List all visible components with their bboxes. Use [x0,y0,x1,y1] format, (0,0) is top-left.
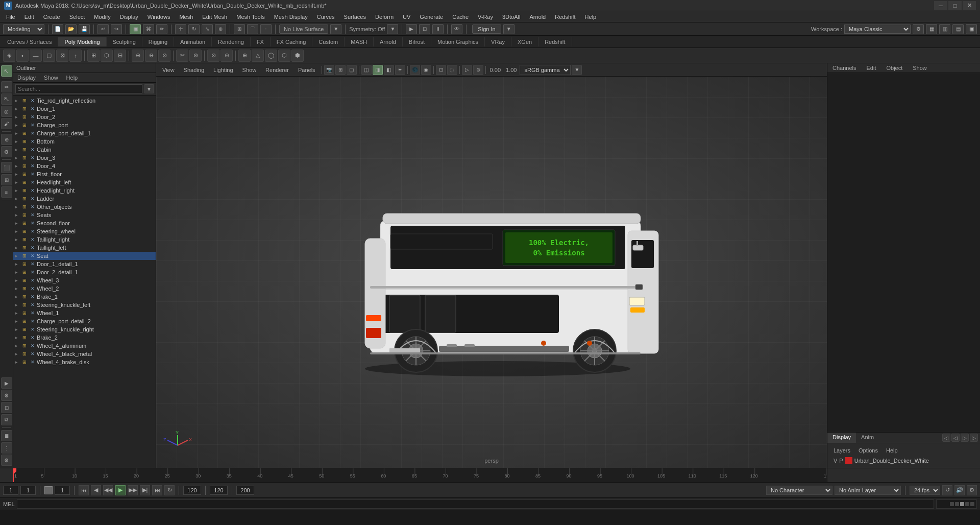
rp-tab-object[interactable]: Object [881,63,908,73]
tree-item[interactable]: ▸⊞✕First_floor [13,170,156,178]
scale-icon[interactable]: ⤡ [202,24,213,34]
range-start-input[interactable] [55,486,70,495]
layer-vp-label[interactable]: V [834,458,837,464]
channel-box-btn[interactable]: ≣ [1,430,12,441]
tool-bevel[interactable]: ⬡ [101,50,113,62]
tree-item[interactable]: ▸⊞✕Taillight_right [13,235,156,244]
layer-icon4[interactable]: ▷ [970,434,978,442]
layout-icon1[interactable]: ▦ [926,24,937,34]
menu-mesh-display[interactable]: Mesh Display [270,13,312,21]
render-sequencer-btn[interactable]: ⧉ [1,414,12,425]
tree-item[interactable]: ▸⊞✕Seats [13,211,156,219]
anim-layer-select[interactable]: No Anim Layer [835,486,901,495]
snap-grid-icon[interactable]: ⊞ [234,24,245,34]
custom-tool-btn[interactable]: ⚙ [1,146,12,157]
render-icon[interactable]: ▶ [406,24,417,34]
ipr-icon[interactable]: ⊡ [419,24,430,34]
menu-mesh-tools[interactable]: Mesh Tools [232,13,268,21]
display-layers-btn[interactable]: ≡ [1,186,12,198]
tool-smooth[interactable]: ◯ [265,50,277,62]
menu-3dtoall[interactable]: 3DtoAll [498,13,524,21]
tree-item[interactable]: ▸⊞✕Wheel_1 [13,309,156,317]
tool-select[interactable]: ◈ [3,50,15,62]
tool-edge[interactable]: — [30,50,42,62]
paint-select-icon[interactable]: ✏ [156,24,167,34]
tree-item[interactable]: ▸⊞✕Door_4 [13,162,156,170]
show-manipulator-btn[interactable]: ⊕ [1,134,12,145]
tab-sculpting[interactable]: Sculpting [107,37,142,46]
tree-item[interactable]: ▸⊞✕Wheel_4_brake_disk [13,358,156,366]
menu-curves[interactable]: Curves [313,13,339,21]
tree-item[interactable]: ▸⊞✕Tie_rod_right_reflection [13,97,156,105]
layer-color-swatch[interactable] [845,457,852,464]
menu-help[interactable]: Help [581,13,601,21]
layout-icon3[interactable]: ▤ [952,24,964,34]
tool-remesh[interactable]: ⬡ [278,50,290,62]
refresh-btn[interactable]: ↺ [942,485,952,495]
workspace-settings-icon[interactable]: ⚙ [913,24,924,34]
tree-item[interactable]: ▸⊞✕Charge_port [13,121,156,129]
headup-display-icon[interactable]: 👁 [451,24,462,34]
layer-icon3[interactable]: ▷ [961,434,969,442]
sculpt-tool-btn[interactable]: ⛏ [1,93,12,105]
layer-p-label[interactable]: P [839,458,843,464]
menu-create[interactable]: Create [39,13,64,21]
redo-icon[interactable]: ↪ [111,24,122,34]
start-frame-input[interactable] [3,486,18,495]
universal-manip-icon[interactable]: ⊕ [215,24,226,34]
tree-item[interactable]: ▸⊞✕Door_1_detail_1 [13,260,156,268]
menu-uv[interactable]: UV [399,13,414,21]
tree-item[interactable]: ▸⊞✕Wheel_2 [13,284,156,293]
menu-file[interactable]: File [2,13,19,21]
modeling-mode-select[interactable]: Modeling Rigging Animation FX Rendering [3,24,44,34]
tree-item[interactable]: ▸⊞✕Headlight_left [13,178,156,186]
go-start-btn[interactable]: ⏮ [79,485,89,495]
render-btn[interactable]: ▶ [1,377,12,389]
tool-extrude[interactable]: ⊞ [87,50,100,62]
tree-item[interactable]: ▸⊞✕Steering_wheel [13,227,156,235]
workspace-select[interactable]: Maya Classic General Modeling - Standard [844,25,911,34]
tree-item[interactable]: ▸⊞✕Door_2 [13,113,156,121]
tool-weld[interactable]: ⊛ [220,50,233,62]
shaded-icon[interactable]: ◨ [373,65,383,75]
play-back-btn[interactable]: ◀◀ [103,485,113,495]
outliner-tab-help[interactable]: Help [62,73,82,82]
select-mode-btn[interactable]: ↖ [1,65,12,77]
da-tab-anim[interactable]: Anim [856,433,879,443]
tool-boolean[interactable]: ⊕ [238,50,251,62]
isolate-icon[interactable]: ⊡ [436,65,446,75]
move-icon[interactable]: ✛ [175,24,186,34]
menu-cache[interactable]: Cache [448,13,473,21]
step-back-btn[interactable]: ◀ [91,485,101,495]
menu-edit[interactable]: Edit [20,13,38,21]
gamma-dropdown[interactable]: ▼ [572,65,582,75]
tree-item[interactable]: ▸⊞✕Door_1 [13,105,156,113]
layer-icon2[interactable]: ◁ [951,434,960,442]
menu-select[interactable]: Select [65,13,89,21]
tree-item[interactable]: ▸⊞✕Steering_knuckle_left [13,301,156,309]
tree-item[interactable]: ▸⊞✕Brake_2 [13,333,156,342]
tree-item[interactable]: ▸⊞✕Taillight_left [13,244,156,252]
tab-motion-graphics[interactable]: Motion Graphics [431,37,485,46]
grid-toggle-icon[interactable]: ⊞ [335,65,346,75]
layer-tab-options[interactable]: Options [855,446,881,455]
menu-generate[interactable]: Generate [415,13,447,21]
live-surface-btn[interactable]: No Live Surface [279,25,328,34]
snap-curve-icon[interactable]: ⌒ [247,24,258,34]
layout-icon2[interactable]: ▥ [939,24,950,34]
sign-in-button[interactable]: Sign In [472,25,501,34]
tree-item[interactable]: ▸⊞✕Brake_1 [13,293,156,301]
tool-multicut[interactable]: ⊗ [189,50,202,62]
layout-icon4[interactable]: ▣ [966,24,977,34]
play-forward-btn[interactable]: ▶ [115,485,126,495]
layer-tab-help[interactable]: Help [883,446,901,455]
menu-deform[interactable]: Deform [371,13,398,21]
layer-tab-layers[interactable]: Layers [830,446,853,455]
vp-tab-shading[interactable]: Shading [180,66,208,74]
fps-select[interactable]: 24 fps 30 fps 60 fps [910,486,940,495]
textured-icon[interactable]: ◧ [384,65,394,75]
minimize-button[interactable]: ─ [934,1,947,10]
render-settings-btn[interactable]: ⚙ [1,390,12,401]
gamma-select[interactable]: sRGB gamma Raw Linear [520,65,571,75]
view-cube-btn[interactable]: ⬛ [1,162,12,173]
